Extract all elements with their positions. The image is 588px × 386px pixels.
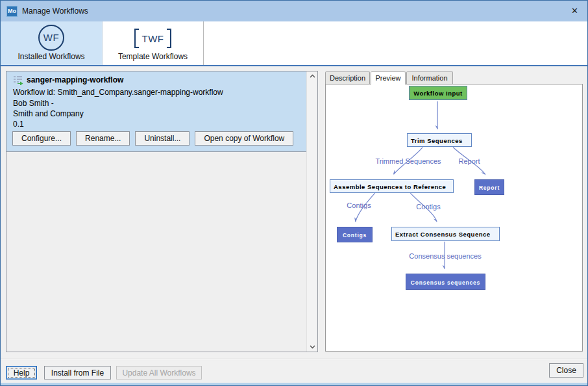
- window-frame-bottom: [1, 383, 587, 386]
- tab-template-label: Template Workflows: [103, 52, 203, 61]
- close-icon[interactable]: ✕: [571, 6, 578, 16]
- tab-information[interactable]: Information: [406, 71, 453, 84]
- tab-description[interactable]: Description: [325, 71, 370, 84]
- diagram-node-contigs-output: Contigs: [337, 227, 373, 242]
- installed-workflow-list: sanger-mapping-workflow Workflow id: Smi…: [6, 71, 318, 352]
- list-scrollbar[interactable]: [306, 71, 317, 352]
- workflow-name: sanger-mapping-workflow: [27, 75, 123, 84]
- scroll-down-icon[interactable]: [310, 345, 315, 349]
- edge-label-contigs-right: Contigs: [412, 203, 445, 211]
- workflow-version-line: 0.1: [13, 120, 24, 129]
- manage-workflows-dialog: Mo Manage Workflows ✕ WF Installed Workf…: [0, 0, 588, 386]
- uninstall-button[interactable]: Uninstall...: [135, 131, 190, 146]
- bracket-right: [167, 29, 171, 48]
- diagram-node-assemble-sequences: Assemble Sequences to Reference: [330, 179, 454, 193]
- template-workflows-icon: TWF: [103, 28, 203, 49]
- edge-label-report: Report: [453, 157, 485, 165]
- install-from-file-button[interactable]: Install from File: [44, 366, 111, 380]
- diagram-node-trim-sequences: Trim Sequences: [407, 133, 472, 147]
- tab-installed-workflows[interactable]: WF Installed Workflows: [1, 21, 103, 65]
- footer-separator: [1, 359, 587, 360]
- workflow-author-line: Bob Smith -: [13, 99, 54, 108]
- edge-label-trimmed-sequences: Trimmed Sequences: [365, 157, 452, 165]
- titlebar: Mo Manage Workflows ✕: [1, 1, 587, 21]
- tab-installed-label: Installed Workflows: [1, 52, 102, 61]
- workflow-list-item[interactable]: sanger-mapping-workflow Workflow id: Smi…: [6, 71, 306, 152]
- installed-workflows-icon: WF: [38, 25, 64, 51]
- close-button[interactable]: Close: [549, 363, 583, 378]
- workflow-company-line: Smith and Company: [13, 109, 84, 118]
- edge-label-contigs-left: Contigs: [343, 201, 375, 209]
- edge-label-consensus-sequences: Consensus sequences: [406, 252, 484, 260]
- ribbon: WF Installed Workflows TWF Template Work…: [1, 21, 587, 66]
- help-button[interactable]: Help: [6, 366, 37, 380]
- tab-template-workflows[interactable]: TWF Template Workflows: [103, 21, 204, 65]
- diagram-node-workflow-input: Workflow Input: [409, 86, 467, 100]
- bracket-left: [134, 29, 139, 48]
- window-title: Manage Workflows: [22, 6, 88, 16]
- diagram-node-extract-consensus: Extract Consensus Sequence: [391, 227, 500, 241]
- rename-button[interactable]: Rename...: [76, 131, 130, 146]
- open-copy-button[interactable]: Open copy of Workflow: [195, 131, 293, 146]
- tab-preview[interactable]: Preview: [371, 71, 406, 84]
- configure-button[interactable]: Configure...: [12, 131, 71, 146]
- diagram-node-consensus-output: Consensus sequences: [406, 274, 485, 290]
- workflow-preview-canvas: Workflow Input Trim Sequences Trimmed Se…: [325, 84, 583, 352]
- app-icon: Mo: [6, 6, 18, 17]
- update-all-workflows-button: Update All Workflows: [116, 366, 202, 380]
- workflow-edges: [326, 84, 582, 351]
- workflow-id-line: Workflow id: Smith_and_Company.sanger-ma…: [13, 88, 223, 97]
- workflow-item-icon: [13, 75, 23, 85]
- diagram-node-report-output: Report: [474, 179, 504, 195]
- scroll-up-icon[interactable]: [310, 74, 315, 78]
